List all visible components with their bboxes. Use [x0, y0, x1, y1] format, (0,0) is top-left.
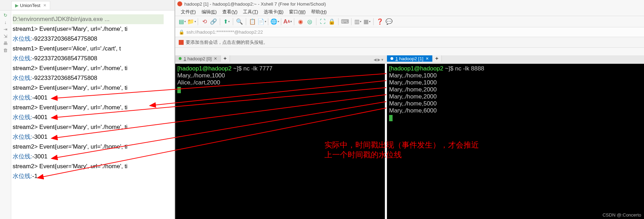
- layout-icon[interactable]: ⇥: [2, 26, 9, 32]
- menu-item[interactable]: 文件(F): [179, 8, 198, 16]
- xshell-panel: hadoop2 [1] - hadoop1@hadoop2:~ - Xshell…: [175, 0, 644, 219]
- layout2-icon[interactable]: ▦▾: [363, 18, 370, 25]
- menu-item[interactable]: 工具(T): [241, 8, 260, 16]
- ide-panel: ▶ UnionTest ✕ ↻ ↓ ⇥ ⇲ 🖶 🗑 D:\environment…: [0, 0, 175, 219]
- tab-hadoop2-0[interactable]: 1 hadoop2 [0] ✕: [175, 55, 221, 62]
- menu-item[interactable]: 查看(V): [220, 8, 239, 16]
- reconnect-icon[interactable]: ⟲: [201, 18, 208, 25]
- tab-label: 1 hadoop2 [0]: [184, 56, 212, 61]
- green-check-icon[interactable]: ◎: [306, 18, 313, 25]
- menu-item[interactable]: 编辑(E): [199, 8, 219, 16]
- ide-tab-bar: ▶ UnionTest ✕: [0, 0, 175, 11]
- ssl-lock-icon: 🔒: [179, 29, 184, 35]
- tab-label: 1 hadoop2 [1]: [395, 56, 423, 61]
- menu-bar: 文件(F)编辑(E)查看(V)工具(T)选项卡(B)窗口(W)帮助(H): [175, 8, 644, 16]
- globe-icon[interactable]: 🌐▾: [271, 18, 278, 25]
- flag-icon: [179, 40, 184, 45]
- layout1-icon[interactable]: ▥▾: [354, 18, 361, 25]
- add-tab-button[interactable]: +: [221, 55, 230, 62]
- address-bar[interactable]: 🔒 ssh://hadoop1:**********@hadoop2:22: [175, 27, 644, 37]
- info-text: 要添加当前会话，点击左侧的箭头按钮。: [186, 39, 268, 46]
- ide-tab-label: UnionTest: [20, 3, 40, 8]
- tab-nav[interactable]: ◀ ▶ ▾: [374, 55, 383, 64]
- close-icon[interactable]: ✕: [426, 56, 429, 61]
- add-tab-button[interactable]: +: [433, 55, 442, 62]
- annotation-text: 实际中，时间戳出现（事件发生），才会推近 上一个时间戳的水位线: [324, 140, 479, 160]
- chat-icon[interactable]: 💬: [386, 18, 393, 25]
- close-icon[interactable]: ✕: [43, 3, 46, 8]
- status-dot-icon: [390, 57, 393, 60]
- lock-icon[interactable]: 🔒: [328, 18, 335, 25]
- info-bar: 要添加当前会话，点击左侧的箭头按钮。: [175, 37, 644, 48]
- transfer-icon[interactable]: ⬆▾: [223, 18, 230, 25]
- red-circle-icon[interactable]: ◉: [297, 18, 304, 25]
- rerun-icon[interactable]: ↻: [2, 12, 9, 18]
- font-icon[interactable]: AA▾: [284, 18, 291, 25]
- search-icon[interactable]: 🔍: [236, 18, 243, 25]
- address-text: ssh://hadoop1:**********@hadoop2:22: [186, 29, 263, 35]
- cmd-line: D:\environment\JDK8\bin\java.exe ...: [13, 16, 110, 22]
- new-icon[interactable]: ▤▾: [179, 18, 186, 25]
- expand-icon[interactable]: ⛶: [319, 18, 326, 25]
- open-icon[interactable]: 📁▾: [188, 18, 195, 25]
- ide-tab[interactable]: ▶ UnionTest ✕: [11, 1, 50, 9]
- help-icon[interactable]: ❓: [376, 18, 383, 25]
- link-icon[interactable]: 🔗: [210, 18, 217, 25]
- watermark: CSDN @:Concerto: [603, 212, 641, 218]
- copy-icon[interactable]: 📋: [249, 18, 256, 25]
- trash-icon[interactable]: 🗑: [2, 47, 9, 53]
- stop-icon[interactable]: ↓: [2, 19, 9, 25]
- toolbar: ▤▾ 📁▾ ⟲ 🔗 ⬆▾ 🔍 📋 📄▾ 🌐▾ AA▾ ◉ ◎ ⛶ 🔒 ⌨ ▥▾ …: [175, 16, 644, 27]
- menu-item[interactable]: 选项卡(B): [262, 8, 285, 16]
- terminal-tabs: 1 hadoop2 [0] ✕ + ◀ ▶ ▾ 1 hadoop2 [1] ✕ …: [175, 55, 644, 64]
- tab-hadoop2-1[interactable]: 1 hadoop2 [1] ✕: [387, 55, 433, 62]
- wrap-icon[interactable]: ⇲: [2, 33, 9, 39]
- print-icon[interactable]: 🖶: [2, 40, 9, 46]
- console-output: D:\environment\JDK8\bin\java.exe ... str…: [13, 14, 164, 181]
- ide-gutter: ↻ ↓ ⇥ ⇲ 🖶 🗑: [0, 11, 11, 219]
- keyboard-icon[interactable]: ⌨: [341, 18, 348, 25]
- close-icon[interactable]: ✕: [214, 56, 217, 61]
- run-icon: ▶: [15, 3, 19, 8]
- menu-item[interactable]: 帮助(H): [309, 8, 329, 16]
- menu-item[interactable]: 窗口(W): [287, 8, 308, 16]
- status-dot-icon: [179, 57, 182, 60]
- xshell-title-text: hadoop2 [1] - hadoop1@hadoop2:~ - Xshell…: [184, 1, 326, 7]
- xshell-app-icon: [177, 1, 182, 6]
- paste-icon[interactable]: 📄▾: [258, 18, 265, 25]
- xshell-title-bar: hadoop2 [1] - hadoop1@hadoop2:~ - Xshell…: [175, 0, 644, 8]
